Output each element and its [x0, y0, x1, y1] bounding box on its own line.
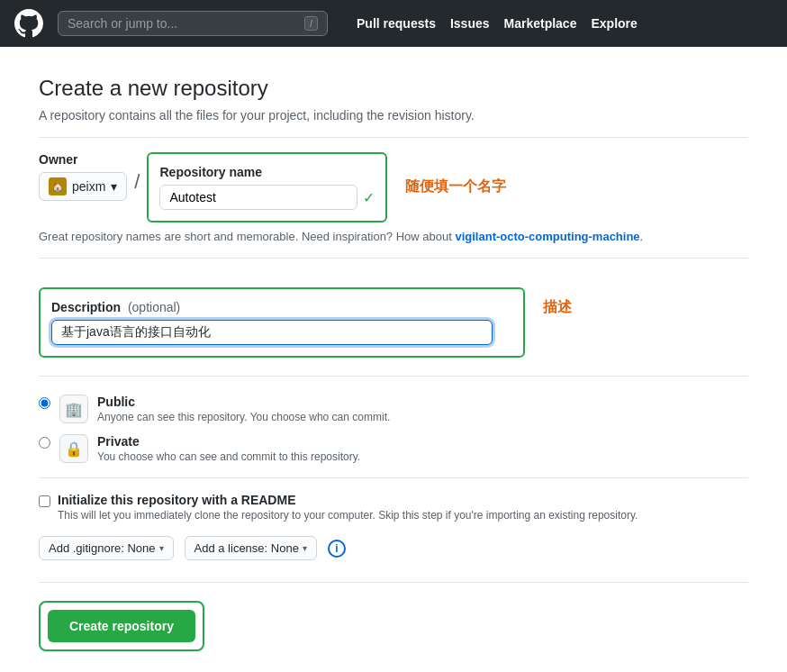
- owner-dropdown[interactable]: 🏠 peixm ▾: [39, 172, 127, 201]
- repo-name-label: Repository name: [159, 165, 375, 179]
- github-logo-icon: [14, 9, 43, 38]
- public-option: 🏢 Public Anyone can see this repository.…: [39, 395, 748, 423]
- public-desc: Anyone can see this repository. You choo…: [97, 411, 390, 423]
- search-box[interactable]: /: [58, 11, 328, 36]
- private-label[interactable]: Private: [97, 434, 140, 449]
- search-input[interactable]: [68, 16, 299, 31]
- check-icon: ✓: [363, 189, 375, 206]
- license-label: Add a license: None: [194, 541, 299, 555]
- description-label: Description (optional): [51, 300, 512, 314]
- divider-mid: [39, 258, 748, 259]
- main-content: Create a new repository A repository con…: [24, 47, 763, 672]
- create-repository-button[interactable]: Create repository: [48, 610, 195, 642]
- page-title: Create a new repository: [39, 76, 748, 101]
- hint-suggestion: vigilant-octo-computing-machine: [455, 230, 639, 243]
- private-desc: You choose who can see and commit to thi…: [97, 450, 360, 463]
- divider-readme: [39, 477, 748, 478]
- public-label[interactable]: Public: [97, 395, 135, 409]
- nav-issues[interactable]: Issues: [450, 16, 490, 31]
- owner-label: Owner: [39, 152, 127, 167]
- hint-text: Great repository names are short and mem…: [39, 230, 748, 243]
- dropdown-arrow: ▾: [111, 179, 117, 194]
- info-icon[interactable]: i: [328, 540, 346, 558]
- owner-name: peixm: [72, 179, 105, 194]
- description-optional: (optional): [128, 300, 180, 314]
- divider-top: [39, 137, 748, 138]
- repo-name-input[interactable]: [159, 185, 357, 210]
- nav-pull-requests[interactable]: Pull requests: [357, 16, 436, 31]
- private-option: 🔒 Private You choose who can see and com…: [39, 434, 748, 463]
- extras-row: Add .gitignore: None ▾ Add a license: No…: [39, 536, 748, 560]
- page-subtitle: A repository contains all the files for …: [39, 108, 748, 123]
- description-input[interactable]: [51, 320, 493, 345]
- owner-avatar: 🏠: [49, 177, 67, 195]
- slash-separator: /: [134, 172, 140, 192]
- readme-desc: This will let you immediately clone the …: [58, 509, 638, 522]
- gitignore-caret: ▾: [159, 543, 164, 553]
- divider-bottom: [39, 582, 748, 583]
- gitignore-dropdown[interactable]: Add .gitignore: None ▾: [39, 536, 174, 560]
- repo-name-section: Repository name ✓: [147, 152, 387, 222]
- divider-visibility: [39, 376, 748, 377]
- padlock-icon: 🔒: [65, 440, 83, 458]
- annotation-name: 随便填一个名字: [405, 177, 506, 196]
- public-radio[interactable]: [39, 397, 50, 409]
- lock-icon: 🔒: [59, 434, 88, 463]
- license-dropdown[interactable]: Add a license: None ▾: [185, 536, 317, 560]
- private-radio[interactable]: [39, 437, 50, 449]
- navbar: / Pull requests Issues Marketplace Explo…: [0, 0, 787, 47]
- readme-label[interactable]: Initialize this repository with a README: [58, 493, 295, 507]
- github-logo[interactable]: [14, 9, 43, 38]
- main-nav: Pull requests Issues Marketplace Explore: [357, 16, 638, 31]
- slash-kbd: /: [304, 16, 318, 31]
- visibility-section: 🏢 Public Anyone can see this repository.…: [39, 395, 748, 463]
- readme-option: Initialize this repository with a README…: [39, 493, 748, 522]
- public-icon: 🏢: [59, 395, 88, 423]
- building-icon: 🏢: [65, 401, 83, 418]
- nav-marketplace[interactable]: Marketplace: [504, 16, 577, 31]
- owner-field: Owner 🏠 peixm ▾: [39, 152, 127, 201]
- owner-avatar-icon: 🏠: [52, 182, 63, 192]
- create-button-section: Create repository: [39, 601, 204, 651]
- annotation-desc: 描述: [543, 298, 572, 317]
- description-section: Description (optional): [39, 287, 525, 358]
- nav-explore[interactable]: Explore: [591, 16, 637, 31]
- license-caret: ▾: [303, 543, 307, 553]
- description-row: Description (optional) 描述: [39, 273, 748, 361]
- readme-checkbox[interactable]: [39, 495, 50, 507]
- gitignore-label: Add .gitignore: None: [49, 541, 156, 555]
- readme-section: Initialize this repository with a README…: [39, 493, 748, 522]
